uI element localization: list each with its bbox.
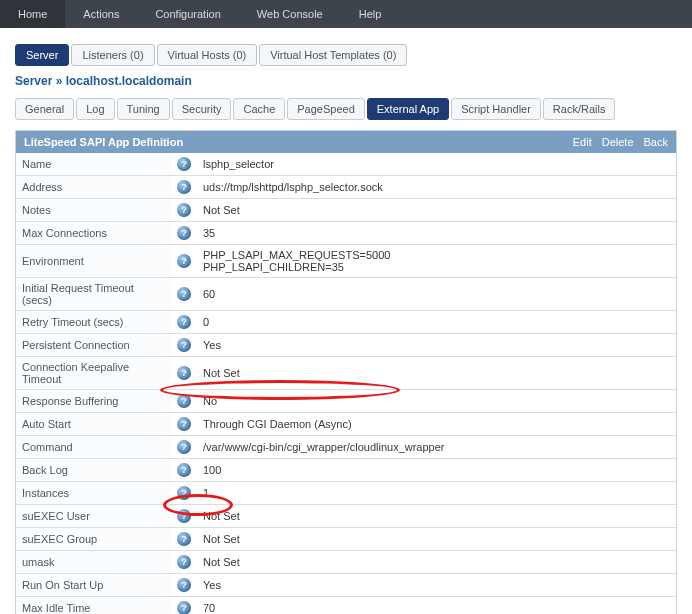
row-value: 60 <box>197 278 676 311</box>
row-value: 70 <box>197 597 676 615</box>
context-tab-0[interactable]: Server <box>15 44 69 66</box>
help-icon[interactable]: ? <box>177 601 191 614</box>
help-icon[interactable]: ? <box>177 532 191 546</box>
row-value: Through CGI Daemon (Async) <box>197 413 676 436</box>
nav-configuration[interactable]: Configuration <box>137 0 238 28</box>
table-row: Initial Request Timeout (secs)?60 <box>16 278 676 311</box>
help-icon-cell: ? <box>171 390 197 413</box>
section-tab-2[interactable]: Tuning <box>117 98 170 120</box>
help-icon-cell: ? <box>171 245 197 278</box>
section-tab-7[interactable]: Script Handler <box>451 98 541 120</box>
context-tab-2[interactable]: Virtual Hosts (0) <box>157 44 258 66</box>
row-value: 35 <box>197 222 676 245</box>
help-icon[interactable]: ? <box>177 203 191 217</box>
row-value: Yes <box>197 334 676 357</box>
help-icon-cell: ? <box>171 505 197 528</box>
section-tab-1[interactable]: Log <box>76 98 114 120</box>
section-tab-0[interactable]: General <box>15 98 74 120</box>
table-row: Notes?Not Set <box>16 199 676 222</box>
back-link[interactable]: Back <box>644 136 668 148</box>
row-value: /var/www/cgi-bin/cgi_wrapper/cloudlinux_… <box>197 436 676 459</box>
help-icon-cell: ? <box>171 357 197 390</box>
help-icon-cell: ? <box>171 551 197 574</box>
table-row: Max Connections?35 <box>16 222 676 245</box>
section-tab-6[interactable]: External App <box>367 98 449 120</box>
section-tab-3[interactable]: Security <box>172 98 232 120</box>
help-icon[interactable]: ? <box>177 366 191 380</box>
table-row: Run On Start Up?Yes <box>16 574 676 597</box>
table-row: Back Log?100 <box>16 459 676 482</box>
definition-table: Name?lsphp_selectorAddress?uds://tmp/lsh… <box>16 153 676 614</box>
help-icon[interactable]: ? <box>177 254 191 268</box>
row-label: Instances <box>16 482 171 505</box>
table-row: Connection Keepalive Timeout?Not Set <box>16 357 676 390</box>
help-icon[interactable]: ? <box>177 509 191 523</box>
help-icon-cell: ? <box>171 176 197 199</box>
context-tab-3[interactable]: Virtual Host Templates (0) <box>259 44 407 66</box>
row-value: 1 <box>197 482 676 505</box>
help-icon[interactable]: ? <box>177 226 191 240</box>
panel-title: LiteSpeed SAPI App Definition <box>24 136 183 148</box>
help-icon[interactable]: ? <box>177 180 191 194</box>
table-row: Max Idle Time?70 <box>16 597 676 615</box>
delete-link[interactable]: Delete <box>602 136 634 148</box>
help-icon-cell: ? <box>171 278 197 311</box>
row-value: uds://tmp/lshttpd/lsphp_selector.sock <box>197 176 676 199</box>
row-label: Address <box>16 176 171 199</box>
edit-link[interactable]: Edit <box>573 136 592 148</box>
help-icon[interactable]: ? <box>177 463 191 477</box>
table-row: Persistent Connection?Yes <box>16 334 676 357</box>
help-icon[interactable]: ? <box>177 338 191 352</box>
table-row: Address?uds://tmp/lshttpd/lsphp_selector… <box>16 176 676 199</box>
section-tab-8[interactable]: Rack/Rails <box>543 98 616 120</box>
breadcrumb: Server » localhost.localdomain <box>15 74 677 88</box>
table-row: Environment?PHP_LSAPI_MAX_REQUESTS=5000P… <box>16 245 676 278</box>
help-icon-cell: ? <box>171 413 197 436</box>
row-label: Response Buffering <box>16 390 171 413</box>
help-icon[interactable]: ? <box>177 417 191 431</box>
row-label: Max Connections <box>16 222 171 245</box>
help-icon[interactable]: ? <box>177 440 191 454</box>
row-label: umask <box>16 551 171 574</box>
nav-help[interactable]: Help <box>341 0 400 28</box>
help-icon[interactable]: ? <box>177 157 191 171</box>
page-content: ServerListeners (0)Virtual Hosts (0)Virt… <box>0 28 692 614</box>
table-row: Auto Start?Through CGI Daemon (Async) <box>16 413 676 436</box>
row-label: Name <box>16 153 171 176</box>
help-icon-cell: ? <box>171 574 197 597</box>
nav-web-console[interactable]: Web Console <box>239 0 341 28</box>
nav-actions[interactable]: Actions <box>65 0 137 28</box>
help-icon[interactable]: ? <box>177 486 191 500</box>
section-tab-4[interactable]: Cache <box>233 98 285 120</box>
table-row: Command?/var/www/cgi-bin/cgi_wrapper/clo… <box>16 436 676 459</box>
row-label: Command <box>16 436 171 459</box>
help-icon-cell: ? <box>171 482 197 505</box>
row-value: lsphp_selector <box>197 153 676 176</box>
nav-home[interactable]: Home <box>0 0 65 28</box>
help-icon-cell: ? <box>171 597 197 615</box>
help-icon-cell: ? <box>171 222 197 245</box>
row-value: Not Set <box>197 505 676 528</box>
row-value: No <box>197 390 676 413</box>
panel-header: LiteSpeed SAPI App Definition Edit Delet… <box>16 131 676 153</box>
table-row: suEXEC User?Not Set <box>16 505 676 528</box>
help-icon-cell: ? <box>171 199 197 222</box>
row-value: Not Set <box>197 528 676 551</box>
row-label: Notes <box>16 199 171 222</box>
row-label: Retry Timeout (secs) <box>16 311 171 334</box>
help-icon[interactable]: ? <box>177 315 191 329</box>
help-icon[interactable]: ? <box>177 287 191 301</box>
help-icon[interactable]: ? <box>177 555 191 569</box>
top-nav: Home Actions Configuration Web Console H… <box>0 0 692 28</box>
row-value: Not Set <box>197 357 676 390</box>
row-value: PHP_LSAPI_MAX_REQUESTS=5000PHP_LSAPI_CHI… <box>197 245 676 278</box>
context-tab-1[interactable]: Listeners (0) <box>71 44 154 66</box>
row-label: Initial Request Timeout (secs) <box>16 278 171 311</box>
help-icon[interactable]: ? <box>177 578 191 592</box>
row-label: suEXEC Group <box>16 528 171 551</box>
section-tab-5[interactable]: PageSpeed <box>287 98 365 120</box>
help-icon[interactable]: ? <box>177 394 191 408</box>
row-label: Persistent Connection <box>16 334 171 357</box>
help-icon-cell: ? <box>171 334 197 357</box>
row-label: Connection Keepalive Timeout <box>16 357 171 390</box>
